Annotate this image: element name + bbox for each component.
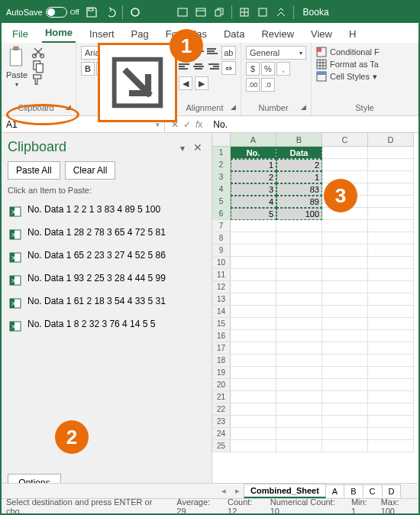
- cell[interactable]: 2: [231, 171, 276, 183]
- cell[interactable]: [231, 367, 276, 379]
- cell[interactable]: [368, 355, 414, 367]
- row-header[interactable]: 11: [212, 269, 231, 281]
- sheet-tab[interactable]: B: [344, 484, 363, 497]
- row-header[interactable]: 12: [212, 281, 231, 293]
- row-header[interactable]: 19: [212, 367, 231, 379]
- cell[interactable]: [368, 367, 414, 379]
- cell[interactable]: 3: [231, 183, 276, 196]
- tab-insert[interactable]: Insert: [86, 27, 118, 43]
- cell[interactable]: [322, 220, 368, 232]
- cell[interactable]: No.: [231, 147, 276, 159]
- cell[interactable]: [231, 281, 276, 293]
- cell[interactable]: [276, 367, 322, 379]
- cut-icon[interactable]: [31, 46, 46, 58]
- row-header[interactable]: 13: [212, 293, 231, 306]
- number-format-select[interactable]: General▾: [246, 46, 306, 60]
- clipboard-item[interactable]: XNo. Data 1 28 2 78 3 65 4 72 5 81: [8, 222, 205, 245]
- tab-data[interactable]: Data: [221, 27, 247, 43]
- cell[interactable]: [368, 379, 414, 391]
- format-painter-icon[interactable]: [31, 73, 46, 86]
- cell[interactable]: [322, 391, 368, 403]
- row-header[interactable]: 5: [212, 196, 231, 208]
- cell[interactable]: [276, 281, 322, 293]
- cell[interactable]: 89: [276, 196, 322, 208]
- row-header[interactable]: 9: [212, 245, 231, 257]
- row-header[interactable]: 6: [212, 208, 231, 220]
- sheet-tab[interactable]: C: [363, 484, 383, 497]
- cell[interactable]: [231, 342, 276, 355]
- cell[interactable]: [368, 171, 414, 183]
- clipboard-item[interactable]: XNo. Data 1 2 2 1 3 83 4 89 5 100: [8, 199, 205, 222]
- align-left-icon[interactable]: [179, 61, 191, 72]
- select-all-corner[interactable]: [212, 133, 231, 147]
- row-header[interactable]: 15: [212, 318, 231, 330]
- row-header[interactable]: 24: [212, 428, 231, 440]
- cell-styles-button[interactable]: Cell Styles ▾: [316, 70, 413, 83]
- cell[interactable]: [276, 257, 322, 269]
- cell[interactable]: [368, 245, 414, 257]
- autosave-toggle[interactable]: AutoSave Off: [6, 7, 79, 18]
- save-icon[interactable]: [86, 6, 98, 18]
- paste-all-button[interactable]: Paste All: [8, 161, 60, 180]
- cell[interactable]: [231, 220, 276, 232]
- cell[interactable]: [231, 306, 276, 318]
- cell[interactable]: [322, 403, 368, 416]
- align-center-icon[interactable]: [193, 61, 205, 72]
- qat-icon-3[interactable]: [213, 6, 225, 18]
- cell[interactable]: [276, 220, 322, 232]
- column-header[interactable]: D: [368, 133, 414, 147]
- row-header[interactable]: 10: [212, 257, 231, 269]
- row-header[interactable]: 8: [212, 232, 231, 245]
- undo-icon[interactable]: [104, 6, 116, 18]
- qat-icon-5[interactable]: [257, 6, 269, 18]
- cell[interactable]: [368, 306, 414, 318]
- merge-button[interactable]: ⇔: [221, 61, 236, 75]
- column-header[interactable]: A: [231, 133, 276, 147]
- row-header[interactable]: 14: [212, 306, 231, 318]
- cell[interactable]: Data: [276, 147, 322, 159]
- tab-home[interactable]: Home: [42, 25, 76, 43]
- currency-button[interactable]: $: [246, 62, 260, 76]
- cell[interactable]: [231, 403, 276, 416]
- cell[interactable]: [368, 428, 414, 440]
- cell[interactable]: [368, 330, 414, 342]
- cell[interactable]: [322, 293, 368, 306]
- row-header[interactable]: 22: [212, 403, 231, 416]
- paste-button[interactable]: Paste ▾: [6, 46, 27, 88]
- sheet-tab-active[interactable]: Combined_Sheet: [244, 484, 326, 498]
- cell[interactable]: [231, 440, 276, 452]
- cell[interactable]: [322, 269, 368, 281]
- cell[interactable]: [368, 232, 414, 245]
- cell[interactable]: [276, 232, 322, 245]
- cell[interactable]: [276, 355, 322, 367]
- row-header[interactable]: 4: [212, 183, 231, 196]
- cell[interactable]: [368, 403, 414, 416]
- cell[interactable]: [322, 440, 368, 452]
- cell[interactable]: [368, 147, 414, 159]
- cell[interactable]: 2: [276, 159, 322, 171]
- cell[interactable]: 4: [231, 196, 276, 208]
- cell[interactable]: [231, 318, 276, 330]
- cell[interactable]: 1: [231, 159, 276, 171]
- column-header[interactable]: C: [322, 133, 368, 147]
- pane-menu-icon[interactable]: ▾: [177, 143, 188, 154]
- cell[interactable]: [231, 269, 276, 281]
- cell[interactable]: [322, 318, 368, 330]
- copy-icon[interactable]: [31, 60, 46, 72]
- cell[interactable]: [231, 355, 276, 367]
- cell[interactable]: 100: [276, 208, 322, 220]
- close-icon[interactable]: ✕: [190, 141, 205, 154]
- sheet-nav-prev-icon[interactable]: ◂: [217, 486, 231, 496]
- cell[interactable]: [276, 416, 322, 428]
- cell[interactable]: [322, 367, 368, 379]
- cell[interactable]: [322, 416, 368, 428]
- qat-icon-6[interactable]: [275, 6, 287, 18]
- clipboard-item[interactable]: XNo. Data 1 93 2 25 3 28 4 44 5 99: [8, 268, 205, 291]
- formula-input[interactable]: No.: [208, 119, 418, 130]
- cell[interactable]: [368, 281, 414, 293]
- comma-button[interactable]: ,: [276, 62, 290, 76]
- cell[interactable]: [322, 379, 368, 391]
- cell[interactable]: [368, 257, 414, 269]
- row-header[interactable]: 23: [212, 416, 231, 428]
- align-right-icon[interactable]: [207, 61, 219, 72]
